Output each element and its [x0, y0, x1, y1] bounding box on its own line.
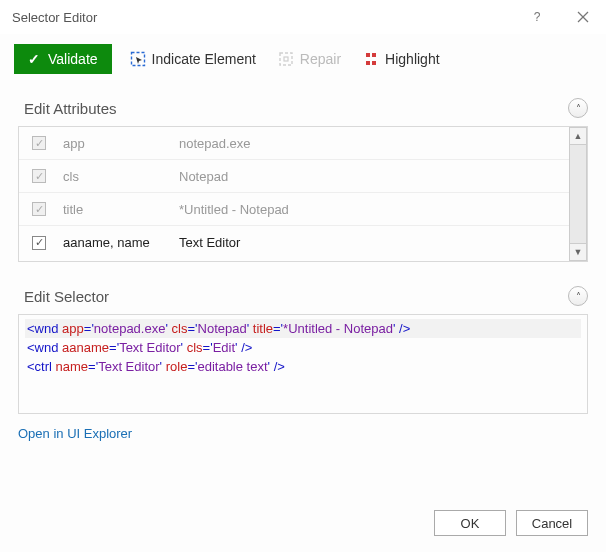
attribute-name: title [59, 202, 179, 217]
edit-selector-header: Edit Selector ˄ [0, 276, 606, 314]
collapse-attributes-button[interactable]: ˄ [568, 98, 588, 118]
attribute-row: title*Untitled - Notepad [19, 193, 569, 226]
ok-button[interactable]: OK [434, 510, 506, 536]
indicate-label: Indicate Element [152, 51, 256, 67]
close-button[interactable] [560, 0, 606, 34]
edit-attributes-header: Edit Attributes ˄ [0, 88, 606, 126]
attribute-checkbox[interactable] [32, 236, 46, 250]
scroll-down-button[interactable]: ▼ [569, 243, 587, 261]
help-button[interactable]: ? [514, 0, 560, 34]
selector-editor-textbox[interactable]: <wnd app='notepad.exe' cls='Notepad' tit… [18, 314, 588, 414]
collapse-selector-button[interactable]: ˄ [568, 286, 588, 306]
attribute-name: app [59, 136, 179, 151]
attribute-value: notepad.exe [179, 136, 569, 151]
svg-rect-5 [284, 57, 288, 61]
attribute-checkbox [32, 136, 46, 150]
validate-label: Validate [48, 51, 98, 67]
indicate-element-button[interactable]: Indicate Element [126, 49, 260, 69]
attribute-row: appnotepad.exe [19, 127, 569, 160]
scroll-up-button[interactable]: ▲ [569, 127, 587, 145]
attributes-scrollbar[interactable]: ▲ ▼ [569, 127, 587, 261]
attribute-name: aaname, name [59, 235, 179, 250]
toolbar: ✓ Validate Indicate Element Repair [0, 34, 606, 88]
highlight-button[interactable]: Highlight [359, 49, 443, 69]
selector-line: <wnd app='notepad.exe' cls='Notepad' tit… [25, 319, 581, 338]
attribute-row: clsNotepad [19, 160, 569, 193]
attribute-value[interactable]: Text Editor [179, 235, 569, 250]
repair-label: Repair [300, 51, 341, 67]
scroll-thumb[interactable] [570, 145, 586, 243]
svg-rect-4 [280, 53, 292, 65]
chevron-up-icon: ˄ [576, 103, 581, 114]
attribute-value: *Untitled - Notepad [179, 202, 569, 217]
selector-line: <wnd aaname='Text Editor' cls='Edit' /> [25, 338, 581, 357]
window-title: Selector Editor [12, 10, 97, 25]
close-icon [575, 9, 591, 25]
attribute-value: Notepad [179, 169, 569, 184]
attributes-grid: appnotepad.execlsNotepadtitle*Untitled -… [18, 126, 588, 262]
titlebar: Selector Editor ? [0, 0, 606, 34]
validate-button[interactable]: ✓ Validate [14, 44, 112, 74]
selector-line: <ctrl name='Text Editor' role='editable … [25, 357, 581, 376]
check-icon: ✓ [28, 51, 40, 67]
scroll-track[interactable] [569, 145, 587, 243]
repair-icon [278, 51, 294, 67]
repair-button: Repair [274, 49, 345, 69]
edit-attributes-title: Edit Attributes [24, 100, 117, 117]
svg-text:?: ? [534, 10, 541, 24]
edit-selector-title: Edit Selector [24, 288, 109, 305]
cancel-button[interactable]: Cancel [516, 510, 588, 536]
attribute-name: cls [59, 169, 179, 184]
indicate-icon [130, 51, 146, 67]
selector-editor-window: Selector Editor ? ✓ Validate Indicate El… [0, 0, 606, 552]
open-ui-explorer-link[interactable]: Open in UI Explorer [0, 414, 606, 441]
highlight-label: Highlight [385, 51, 439, 67]
attribute-checkbox [32, 169, 46, 183]
dialog-footer: OK Cancel [0, 496, 606, 552]
help-icon: ? [529, 9, 545, 25]
attribute-checkbox [32, 202, 46, 216]
attribute-row: aaname, nameText Editor [19, 226, 569, 259]
chevron-up-icon: ˄ [576, 291, 581, 302]
highlight-icon [363, 51, 379, 67]
